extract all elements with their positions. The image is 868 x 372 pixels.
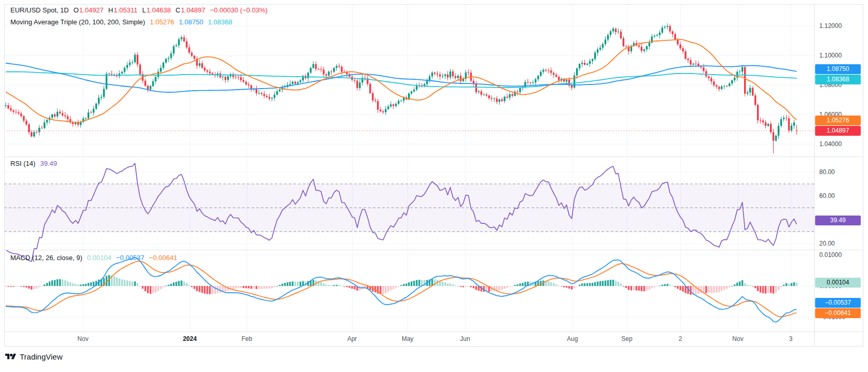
open-value: O1.04927 bbox=[74, 6, 104, 14]
price-badge: 1.08368 bbox=[815, 75, 861, 84]
time-tick-label: Jun bbox=[460, 335, 470, 342]
time-tick-label: Nov bbox=[732, 335, 743, 342]
time-tick-label: 2 bbox=[679, 335, 682, 342]
time-tick-label: May bbox=[402, 335, 414, 342]
price-tick-label: 1.12000 bbox=[819, 22, 842, 30]
symbol-title: EUR/USD Spot, 1D bbox=[10, 6, 69, 14]
macd-legend: MACD (12, 26, close, 9) 0.00104 −0.00537… bbox=[10, 254, 177, 262]
time-tick-label: Feb bbox=[242, 335, 253, 342]
tradingview-chart[interactable]: EUR/USD Spot, 1D O1.04927 H1.05311 L1.04… bbox=[0, 0, 868, 372]
ma200-value: 1.08368 bbox=[208, 18, 232, 26]
price-tick-label: 1.04000 bbox=[819, 140, 842, 148]
macd-title: MACD (12, 26, close, 9) bbox=[10, 254, 82, 262]
watermark-text: TradingView bbox=[20, 352, 63, 361]
ma-legend: Moving Average Triple (20, 100, 200, Sim… bbox=[10, 18, 232, 26]
macd-badge: 0.00104 bbox=[815, 278, 861, 288]
change-value: −0.00030 (−0.03%) bbox=[210, 6, 268, 14]
time-tick-label: Apr bbox=[347, 335, 357, 342]
rsi-badge: 39.49 bbox=[815, 216, 861, 225]
price-badge: 1.05276 bbox=[815, 116, 861, 125]
close-value: C1.04897 bbox=[175, 6, 205, 14]
macd-signal-value: −0.00641 bbox=[149, 254, 177, 262]
tradingview-watermark[interactable]: TradingView bbox=[5, 352, 63, 361]
macd-hist-value: 0.00104 bbox=[87, 254, 111, 262]
rsi-title: RSI (14) bbox=[10, 160, 35, 167]
macd-tick-label: 0.01000 bbox=[819, 251, 842, 259]
ma100-value: 1.08750 bbox=[179, 18, 203, 26]
low-value: L1.04638 bbox=[142, 6, 171, 14]
macd-badge: −0.00537 bbox=[815, 298, 861, 308]
tradingview-logo-icon bbox=[5, 352, 16, 361]
time-tick-label: Sep bbox=[621, 335, 632, 342]
symbol-legend: EUR/USD Spot, 1D O1.04927 H1.05311 L1.04… bbox=[10, 6, 268, 14]
rsi-tick-label: 80.00 bbox=[819, 168, 835, 176]
price-tick-label: 1.10000 bbox=[819, 52, 842, 59]
price-badge: 1.08750 bbox=[815, 64, 861, 74]
rsi-value: 39.49 bbox=[40, 160, 57, 167]
time-tick-label: Aug bbox=[567, 335, 578, 342]
ma-title: Moving Average Triple (20, 100, 200, Sim… bbox=[10, 18, 145, 26]
price-chart-svg[interactable] bbox=[0, 0, 868, 372]
time-tick-label: 2024 bbox=[183, 335, 197, 342]
macd-badge: −0.00641 bbox=[815, 308, 861, 318]
time-tick-label: 3 bbox=[789, 335, 793, 342]
macd-line-value: −0.00537 bbox=[116, 254, 145, 262]
rsi-tick-label: 20.00 bbox=[819, 240, 835, 247]
ma20-value: 1.05276 bbox=[150, 18, 174, 26]
high-value: H1.05311 bbox=[108, 6, 137, 14]
rsi-legend: RSI (14) 39.49 bbox=[10, 160, 57, 167]
time-tick-label: Nov bbox=[77, 335, 88, 342]
rsi-tick-label: 60.00 bbox=[819, 192, 835, 199]
price-badge: 1.04897 bbox=[815, 126, 861, 136]
